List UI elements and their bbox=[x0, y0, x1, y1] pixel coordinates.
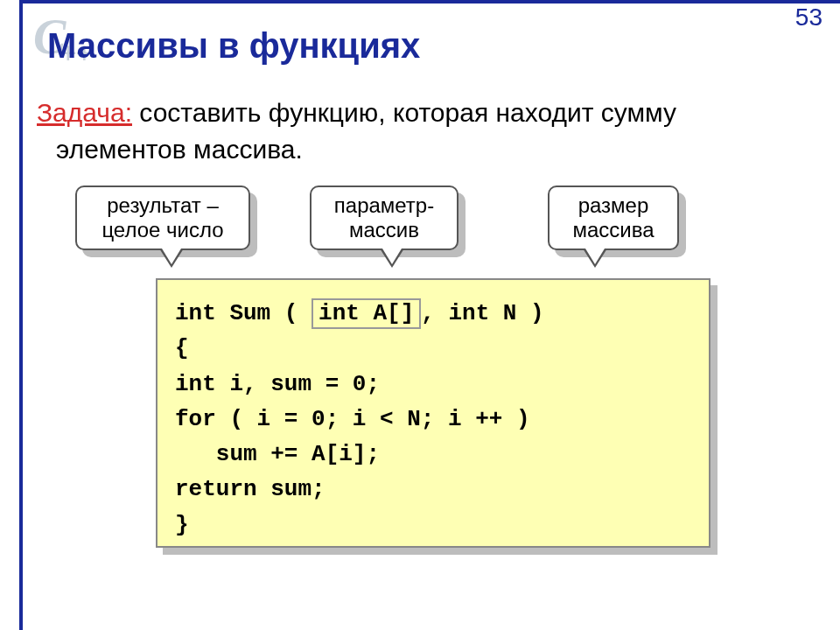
callout-line1: размер bbox=[578, 193, 649, 218]
callout-line2: массив bbox=[349, 218, 419, 242]
task-block: Задача: составить функцию, которая наход… bbox=[37, 94, 814, 168]
top-rule bbox=[19, 0, 840, 4]
task-text-line1: составить функцию, которая находит сумму bbox=[132, 98, 676, 127]
callout-bubble: результат – целое число bbox=[75, 186, 250, 250]
code-l2: { bbox=[175, 335, 189, 361]
code-sig-param: int A[] bbox=[312, 298, 421, 329]
task-label: Задача: bbox=[37, 98, 132, 127]
callout-bubble: параметр- массив bbox=[310, 186, 458, 250]
code-sig-post: , int N ) bbox=[421, 300, 543, 326]
page-number: 53 bbox=[795, 4, 822, 32]
callout-result: результат – целое число bbox=[75, 186, 250, 250]
callout-tail bbox=[159, 248, 184, 268]
code-l4: for ( i = 0; i < N; i ++ ) bbox=[175, 406, 530, 432]
code-sig-pre: int Sum ( bbox=[175, 300, 312, 326]
callout-param: параметр- массив bbox=[310, 186, 458, 250]
callout-line2: целое число bbox=[102, 218, 223, 242]
callout-tail bbox=[380, 248, 404, 268]
left-rule bbox=[19, 0, 23, 630]
callout-line1: параметр- bbox=[334, 193, 434, 218]
task-text-line2: элементов массива. bbox=[37, 131, 814, 168]
code-l6: return sum; bbox=[175, 476, 326, 502]
callout-line1: результат – bbox=[107, 193, 219, 218]
code-box: int Sum ( int A[], int N ) { int i, sum … bbox=[156, 278, 710, 548]
code-l3: int i, sum = 0; bbox=[175, 371, 380, 397]
callout-bubble: размер массива bbox=[548, 186, 679, 250]
code-l7: } bbox=[175, 512, 189, 538]
callout-line2: массива bbox=[572, 218, 654, 242]
callout-tail bbox=[583, 248, 607, 268]
code-l5: sum += A[i]; bbox=[175, 441, 380, 467]
callout-size: размер массива bbox=[548, 186, 679, 250]
slide-heading: Массивы в функциях bbox=[47, 26, 420, 66]
